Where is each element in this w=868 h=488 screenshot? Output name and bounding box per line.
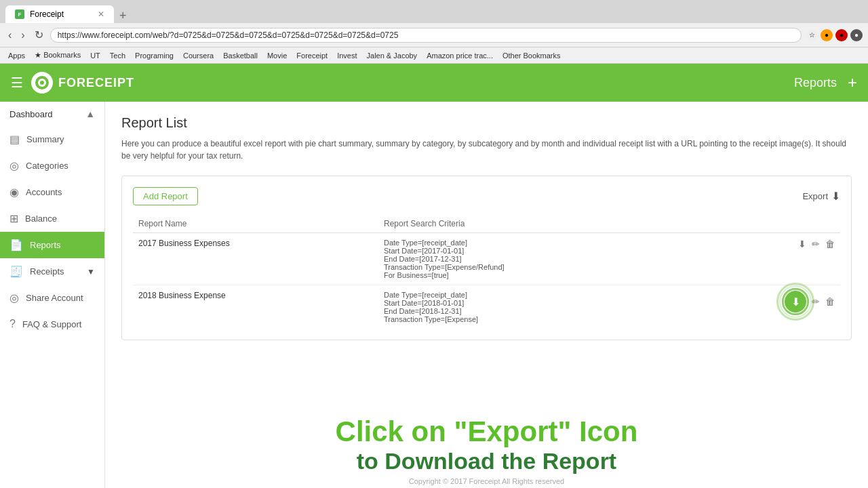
ext-icon-1: ☆ <box>806 29 818 41</box>
accounts-icon: ◉ <box>9 186 19 199</box>
reports-icon: 📄 <box>9 239 23 251</box>
report-name-2: 2018 Business Expense <box>133 285 378 329</box>
bookmark-invest[interactable]: Invest <box>334 51 359 60</box>
export-label: Export <box>802 191 828 201</box>
row-1-actions: ⬇ ✏ 🗑 <box>694 233 840 285</box>
row-1-download-btn[interactable]: ⬇ <box>798 239 806 249</box>
browser-extension-icons: ☆ ● ● ● <box>806 29 863 41</box>
app-logo: FORECEIPT <box>31 72 134 94</box>
row-1-edit-btn[interactable]: ✏ <box>812 239 820 249</box>
row-2-delete-btn[interactable]: 🗑 <box>825 296 835 307</box>
sidebar: Dashboard ▲ ▤ Summary ◎ Categories ◉ Acc… <box>0 102 105 488</box>
report-criteria-1: Date Type=[receipt_date] Start Date=[201… <box>378 233 694 285</box>
export-download-icon: ⬇ <box>831 190 840 203</box>
bookmark-basketball[interactable]: Basketball <box>220 51 260 60</box>
ext-icon-4: ● <box>850 29 863 41</box>
sidebar-label-receipts: Receipts <box>30 266 64 277</box>
sidebar-item-balance[interactable]: ⊞ Balance <box>0 205 104 232</box>
row-2-download-btn[interactable]: ⬇ <box>785 291 806 312</box>
sidebar-item-summary[interactable]: ▤ Summary <box>0 126 104 152</box>
bookmark-jalen[interactable]: Jalen & Jacoby <box>364 51 420 60</box>
bookmark-tech[interactable]: Tech <box>107 51 128 60</box>
sidebar-item-receipts[interactable]: 🧾 Receipts ▼ <box>0 258 104 285</box>
table-row: 2018 Business Expense Date Type=[receipt… <box>133 285 840 329</box>
sidebar-item-categories[interactable]: ◎ Categories <box>0 152 104 179</box>
balance-icon: ⊞ <box>9 212 18 225</box>
bookmark-foreceipt[interactable]: Foreceipt <box>294 51 330 60</box>
export-btn[interactable]: Export ⬇ <box>802 190 840 203</box>
hamburger-menu[interactable]: ☰ <box>11 75 23 91</box>
logo-icon <box>31 72 53 94</box>
tab-label: Foreceipt <box>30 9 64 19</box>
report-name-1: 2017 Business Expenses <box>133 233 378 285</box>
panel-toolbar: Add Report Export ⬇ <box>133 187 840 205</box>
overlay-line1: Click on "Export" Icon <box>105 415 868 448</box>
sidebar-label-faq: FAQ & Support <box>22 319 81 329</box>
receipts-expand-icon: ▼ <box>87 267 95 277</box>
ext-icon-2: ● <box>821 29 833 41</box>
bookmark-other[interactable]: Other Bookmarks <box>500 51 564 60</box>
sidebar-item-accounts[interactable]: ◉ Accounts <box>0 179 104 205</box>
back-btn[interactable]: ‹ <box>5 28 14 43</box>
svg-point-2 <box>40 81 44 85</box>
bookmark-coursera[interactable]: Coursera <box>180 51 216 60</box>
report-table: Report Name Report Search Criteria 2017 … <box>133 215 840 329</box>
copyright-text: Copyright © 2017 Foreceipt All Rights re… <box>105 477 868 485</box>
bookmark-bookmarks[interactable]: ★ Bookmarks <box>32 50 83 60</box>
sidebar-label-summary: Summary <box>26 134 64 144</box>
forward-btn[interactable]: › <box>18 28 27 43</box>
sidebar-label-balance: Balance <box>25 214 57 224</box>
bookmark-apps[interactable]: Apps <box>5 51 28 60</box>
sidebar-label-accounts: Accounts <box>26 187 62 197</box>
overlay-panel: Click on "Export" Icon to Download the R… <box>105 405 868 488</box>
faq-icon: ? <box>9 318 16 330</box>
sidebar-header: Dashboard ▲ <box>0 102 104 126</box>
report-panel: Add Report Export ⬇ Report Name Report S… <box>121 176 852 340</box>
add-report-btn[interactable]: Add Report <box>133 187 198 205</box>
col-search-criteria: Report Search Criteria <box>378 215 694 233</box>
row-1-delete-btn[interactable]: 🗑 <box>825 239 835 249</box>
nav-title: Reports <box>794 76 837 90</box>
col-actions <box>694 215 840 233</box>
tab-close-btn[interactable]: ✕ <box>98 9 104 19</box>
sidebar-item-share-account[interactable]: ◎ Share Account <box>0 285 104 311</box>
table-row: 2017 Business Expenses Date Type=[receip… <box>133 233 840 285</box>
sidebar-label-reports: Reports <box>30 240 61 250</box>
page-title: Report List <box>121 115 852 131</box>
sidebar-section-label: Dashboard <box>9 109 53 119</box>
page-description: Here you can produce a beautiful excel r… <box>121 138 852 162</box>
bookmarks-bar: Apps ★ Bookmarks UT Tech Programing Cour… <box>0 47 868 64</box>
sidebar-item-faq[interactable]: ? FAQ & Support <box>0 311 104 337</box>
tab-favicon: F <box>15 9 24 19</box>
top-navbar: ☰ FORECEIPT Reports + <box>0 64 868 102</box>
sidebar-item-reports[interactable]: 📄 Reports <box>0 232 104 258</box>
sidebar-label-categories: Categories <box>26 161 68 171</box>
logo-text: FORECEIPT <box>58 76 134 90</box>
bookmark-programming[interactable]: Programing <box>132 51 176 60</box>
nav-add-btn[interactable]: + <box>848 73 857 92</box>
categories-icon: ◎ <box>9 159 19 172</box>
ext-icon-3: ● <box>835 29 848 41</box>
refresh-btn[interactable]: ↻ <box>32 27 46 43</box>
new-tab-btn[interactable]: + <box>114 9 132 23</box>
sidebar-label-share-account: Share Account <box>26 293 83 303</box>
report-criteria-2: Date Type=[receipt_date] Start Date=[201… <box>378 285 694 329</box>
receipts-icon: 🧾 <box>9 265 23 278</box>
col-report-name: Report Name <box>133 215 378 233</box>
bookmark-amazon[interactable]: Amazon price trac... <box>424 51 496 60</box>
url-input[interactable]: https://www.foreceipt.com/web/?d=0725&d=… <box>50 28 802 43</box>
sidebar-collapse-btn[interactable]: ▲ <box>85 108 95 119</box>
browser-tab[interactable]: F Foreceipt ✕ <box>5 5 114 23</box>
bookmark-movie[interactable]: Movie <box>264 51 290 60</box>
summary-icon: ▤ <box>9 133 20 146</box>
share-account-icon: ◎ <box>9 291 19 304</box>
overlay-line2: to Download the Report <box>105 448 868 474</box>
row-2-actions: ⬇ ✏ 🗑 <box>694 285 840 329</box>
bookmark-ut[interactable]: UT <box>87 51 103 60</box>
